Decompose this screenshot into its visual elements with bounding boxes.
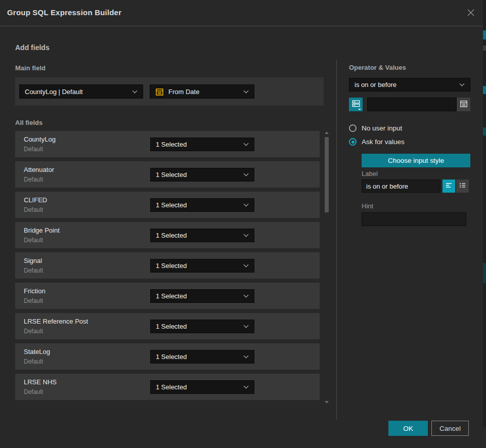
- field-subtitle: Default: [24, 388, 150, 395]
- dropdown-mark-icon: [358, 109, 361, 110]
- calendar-icon: [155, 87, 164, 96]
- background-fragment: [483, 127, 486, 136]
- field-row: LRSE Reference PostDefault1 Selected: [15, 313, 320, 339]
- bulleted-list-icon: [459, 182, 466, 191]
- chevron-down-icon: [244, 88, 249, 93]
- field-info: SignalDefault: [15, 257, 150, 274]
- operator-values-label: Operator & Values: [349, 64, 406, 71]
- field-values-select-value: 1 Selected: [156, 171, 187, 178]
- field-values-select-value: 1 Selected: [156, 262, 187, 270]
- field-info: LRSE Reference PostDefault: [15, 318, 150, 335]
- field-subtitle: Default: [24, 176, 150, 183]
- calendar-icon: [460, 100, 468, 109]
- field-values-select[interactable]: 1 Selected: [150, 289, 254, 303]
- hint-input[interactable]: [362, 212, 466, 226]
- align-left-icon: [445, 182, 453, 191]
- all-fields-label: All fields: [15, 119, 42, 126]
- all-fields-list: CountyLogDefault1 SelectedAttenuatorDefa…: [15, 131, 320, 404]
- main-field-panel: CountyLog | Default From Date: [15, 77, 324, 106]
- label-field-label: Label: [362, 170, 378, 177]
- field-values-select[interactable]: 1 Selected: [150, 229, 254, 242]
- field-name: Attenuator: [24, 166, 150, 173]
- radio-no-user-input-label: No user input: [362, 124, 402, 132]
- add-fields-heading: Add fields: [15, 43, 50, 52]
- field-info: FrictionDefault: [15, 287, 150, 304]
- scrollbar-thumb[interactable]: [325, 137, 329, 212]
- field-info: CLIFEDDefault: [15, 196, 150, 213]
- label-row: [362, 180, 469, 193]
- field-subtitle: Default: [24, 358, 150, 365]
- chevron-down-icon: [244, 383, 249, 388]
- input-style-list-button[interactable]: [456, 180, 469, 193]
- main-layer-select-value: CountyLog | Default: [25, 88, 83, 96]
- main-field-select-content: From Date: [155, 87, 199, 96]
- label-input[interactable]: [362, 180, 440, 193]
- scrollbar-down-arrow[interactable]: [325, 401, 329, 404]
- field-values-select[interactable]: 1 Selected: [150, 259, 254, 273]
- choose-input-style-button[interactable]: Choose input style: [362, 154, 470, 167]
- chevron-down-icon: [244, 201, 249, 206]
- field-row: SignalDefault1 Selected: [15, 252, 320, 279]
- field-row: Bridge PointDefault1 Selected: [15, 222, 320, 248]
- main-field-label: Main field: [15, 64, 46, 72]
- field-row: CLIFEDDefault1 Selected: [15, 192, 320, 218]
- operator-select[interactable]: is on or before: [349, 78, 470, 92]
- background-app-strip: [483, 0, 486, 448]
- chevron-down-icon: [244, 171, 249, 176]
- screen: Group SQL Expression Builder Add fields …: [0, 0, 486, 448]
- field-values-select[interactable]: 1 Selected: [150, 168, 254, 182]
- field-name: CLIFED: [24, 196, 150, 204]
- field-info: AttenuatorDefault: [15, 166, 150, 183]
- value-date-input[interactable]: [367, 98, 457, 111]
- background-fragment: [483, 427, 486, 448]
- radio-no-user-input[interactable]: No user input: [349, 124, 402, 132]
- field-info: CountyLogDefault: [15, 136, 150, 153]
- radio-circle-icon: [349, 124, 357, 132]
- field-subtitle: Default: [24, 146, 150, 153]
- field-subtitle: Default: [24, 237, 150, 244]
- value-row: [349, 98, 470, 111]
- field-row: FrictionDefault1 Selected: [15, 283, 320, 309]
- field-values-select[interactable]: 1 Selected: [150, 320, 254, 333]
- field-subtitle: Default: [24, 328, 150, 335]
- field-row: AttenuatorDefault1 Selected: [15, 161, 320, 188]
- vertical-divider: [336, 60, 337, 420]
- main-field-select[interactable]: From Date: [150, 84, 254, 99]
- ok-button[interactable]: OK: [388, 421, 428, 436]
- input-style-single-line-button[interactable]: [443, 180, 455, 193]
- field-values-select-value: 1 Selected: [156, 353, 187, 361]
- chevron-down-icon: [244, 292, 249, 297]
- radio-ask-for-values[interactable]: Ask for values: [349, 138, 405, 146]
- field-subtitle: Default: [24, 267, 150, 274]
- field-values-select-value: 1 Selected: [156, 141, 187, 148]
- field-subtitle: Default: [24, 297, 150, 304]
- field-values-select[interactable]: 1 Selected: [150, 138, 254, 151]
- chevron-down-icon: [460, 81, 465, 86]
- field-name: CountyLog: [24, 136, 150, 143]
- chevron-down-icon: [244, 323, 249, 328]
- close-button[interactable]: [465, 7, 477, 19]
- field-info: StateLogDefault: [15, 348, 150, 365]
- unique-values-icon: [352, 100, 360, 109]
- radio-circle-selected-icon: [349, 138, 357, 146]
- fields-list-scrollbar: [324, 131, 329, 404]
- unique-values-button[interactable]: [349, 98, 363, 111]
- field-info: LRSE NHSDefault: [15, 378, 150, 395]
- field-name: Bridge Point: [24, 227, 150, 234]
- background-fragment: [483, 263, 486, 283]
- main-layer-select[interactable]: CountyLog | Default: [19, 84, 143, 99]
- field-values-select[interactable]: 1 Selected: [150, 350, 254, 364]
- chevron-down-icon: [244, 353, 249, 358]
- field-values-select-value: 1 Selected: [156, 292, 187, 300]
- field-row: StateLogDefault1 Selected: [15, 343, 320, 370]
- field-name: Friction: [24, 287, 150, 295]
- scrollbar-up-arrow[interactable]: [325, 131, 329, 134]
- date-picker-button[interactable]: [457, 98, 470, 111]
- field-subtitle: Default: [24, 206, 150, 213]
- group-sql-expression-builder-dialog: Group SQL Expression Builder Add fields …: [0, 0, 483, 448]
- field-values-select[interactable]: 1 Selected: [150, 198, 254, 212]
- field-info: Bridge PointDefault: [15, 227, 150, 244]
- field-values-select[interactable]: 1 Selected: [150, 380, 254, 394]
- dialog-title: Group SQL Expression Builder: [7, 8, 121, 17]
- cancel-button[interactable]: Cancel: [431, 421, 469, 436]
